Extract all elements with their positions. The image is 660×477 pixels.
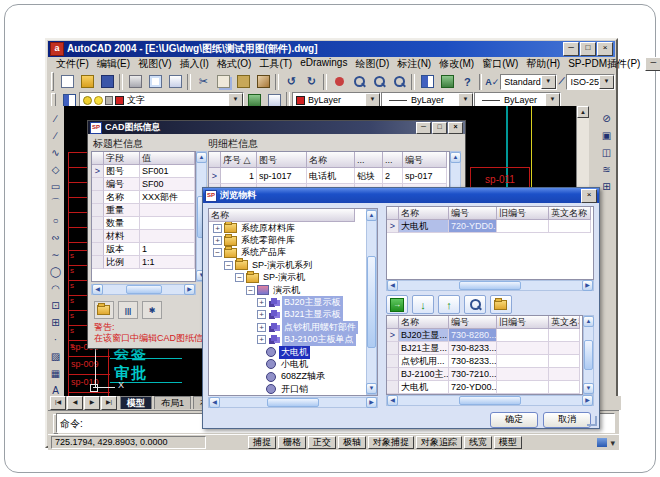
tab-nav-button-1[interactable]: ◀ [67, 396, 83, 410]
move-down-icon[interactable]: ↓ [412, 295, 434, 314]
search-icon[interactable] [464, 295, 486, 314]
line-icon[interactable]: ∕ [48, 110, 63, 126]
polyline-icon[interactable]: ∿ [48, 144, 63, 160]
layer-lock-icon[interactable] [105, 96, 113, 105]
browse-close-button[interactable]: × [581, 189, 597, 203]
status-toggle-线宽[interactable]: 线宽 [464, 436, 492, 449]
tree-item-0[interactable]: +系统原材料库 [209, 222, 377, 234]
open-folder-icon[interactable] [490, 295, 512, 314]
dim-style-icon[interactable]: ⟋ [558, 73, 566, 90]
tab-nav-button-0[interactable]: |◀ [50, 396, 66, 410]
match-properties-icon[interactable] [254, 73, 272, 90]
paste-icon[interactable] [234, 73, 252, 90]
maximize-button[interactable]: □ [580, 42, 596, 56]
expand-icon[interactable]: + [257, 335, 266, 344]
tab-nav-button-3[interactable]: ▶| [101, 396, 117, 410]
cad-info-title-bar[interactable]: SP CAD图纸信息 ─ □ × [88, 121, 465, 134]
table-row[interactable]: 名称XXX部件 [92, 191, 195, 204]
column-header-0[interactable]: 名称 [399, 207, 449, 220]
column-header-0[interactable]: 名称 [399, 316, 449, 329]
plot-icon[interactable] [126, 73, 144, 90]
collapse-icon[interactable]: − [224, 261, 233, 270]
column-header-3[interactable]: ... [355, 152, 383, 168]
collapse-icon[interactable]: − [246, 286, 255, 295]
rectangle-icon[interactable]: ▭ [48, 178, 63, 194]
communication-center-icon[interactable] [597, 438, 607, 447]
table-row[interactable]: >1sp-1017电话机铝块2sp-017 [209, 168, 449, 184]
layer-freeze-icon[interactable] [94, 96, 103, 105]
pan-realtime-icon[interactable] [330, 73, 348, 90]
menu-item-1[interactable]: 编辑(E) [93, 57, 134, 71]
status-dropdown-arrow[interactable]: ▾ [610, 438, 615, 448]
lineweight-dropdown-arrow[interactable]: ▼ [545, 93, 560, 107]
scroll-left-arrow[interactable]: ◀ [387, 280, 398, 291]
resize-grip[interactable] [587, 416, 597, 426]
scroll-up-arrow[interactable]: ▲ [577, 106, 589, 118]
column-header-0[interactable]: 字段 [104, 152, 140, 165]
redo-icon[interactable]: ↻ [302, 73, 320, 90]
table-row[interactable]: 材料 [92, 230, 195, 243]
tree-item-11[interactable]: 小电机 [209, 358, 377, 370]
tree-item-12[interactable]: 608ZZ轴承 [209, 371, 377, 383]
tree-item-8[interactable]: +点钞机用螺钉部件 [209, 321, 377, 333]
layout-tab-模型[interactable]: 模型 [120, 396, 152, 409]
export-folder-icon[interactable] [94, 301, 114, 319]
lower-vscrollbar[interactable]: ▲ ▼ [583, 315, 594, 395]
scroll-thumb[interactable] [459, 281, 521, 290]
spline-icon[interactable]: ∼ [48, 246, 63, 262]
status-toggle-对象追踪[interactable]: 对象追踪 [416, 436, 462, 449]
tree-item-7[interactable]: +BJ21主显示板 [209, 309, 377, 321]
browse-title-bar[interactable]: SP 浏览物料 × [203, 188, 599, 203]
minimize-button[interactable]: ─ [563, 42, 579, 56]
column-header-2[interactable]: 旧编号 [497, 316, 549, 329]
array-icon[interactable]: ⊞ [599, 178, 614, 194]
text-style-combo[interactable]: Standard ▼ [500, 74, 557, 90]
selected-material-table[interactable]: 名称编号旧编号英文名称>大电机720-YDD0... [386, 206, 594, 280]
status-toggle-极轴[interactable]: 极轴 [338, 436, 366, 449]
expand-icon[interactable]: + [213, 236, 222, 245]
collapse-icon[interactable]: − [235, 273, 244, 282]
insert-block-icon[interactable]: ⊡ [48, 297, 63, 313]
plot-preview-icon[interactable] [146, 73, 164, 90]
scroll-thumb[interactable] [267, 398, 319, 407]
expand-icon[interactable]: + [257, 298, 266, 307]
table-row[interactable]: >大电机720-YDD0... [387, 220, 593, 233]
tree-item-2[interactable]: −系统产品库 [209, 247, 377, 259]
column-header-2[interactable]: 旧编号 [497, 207, 549, 220]
column-header-3[interactable]: 英文名称 [549, 316, 580, 329]
tree-vscrollbar[interactable]: ▲ ▼ [366, 209, 377, 395]
table-row[interactable]: BJ-2100主...730-7210... [387, 368, 582, 381]
menu-item-12[interactable]: SP-PDM插件(P) [564, 57, 644, 71]
expand-icon[interactable]: + [213, 224, 222, 233]
scroll-down-arrow[interactable]: ▼ [366, 383, 377, 394]
settings-gear-icon[interactable]: ✱ [142, 301, 162, 319]
layout-tab-布局1[interactable]: 布局1 [154, 396, 191, 409]
scroll-thumb[interactable] [584, 340, 593, 370]
fields-hscrollbar[interactable]: ◀ ▶ [91, 284, 196, 295]
hatch-icon[interactable]: ▨ [48, 348, 63, 364]
column-header-1[interactable]: 编号 [449, 207, 497, 220]
lower-hscrollbar[interactable]: ◀ ▶ [386, 395, 594, 406]
color-dropdown-arrow[interactable]: ▼ [365, 93, 380, 107]
status-toggle-模型[interactable]: 模型 [494, 436, 522, 449]
scroll-up-arrow[interactable]: ▲ [366, 210, 377, 221]
text-style-dropdown-arrow[interactable]: ▼ [541, 75, 556, 89]
column-header-2[interactable]: 名称 [307, 152, 355, 168]
scroll-right-arrow[interactable]: ▶ [582, 280, 593, 291]
new-file-icon[interactable] [58, 73, 76, 90]
table-row[interactable]: 点钞机用...730-8233... [387, 355, 582, 368]
menu-item-10[interactable]: 窗口(W) [478, 57, 522, 71]
menu-item-7[interactable]: 绘图(D) [351, 57, 393, 71]
dialog-minimize-button[interactable]: ─ [416, 122, 431, 134]
open-file-icon[interactable] [78, 73, 96, 90]
dialog-close-button[interactable]: × [448, 122, 463, 134]
table-row[interactable]: 版本1 [92, 243, 195, 256]
menu-item-6[interactable]: eDrawings [296, 57, 351, 71]
column-header-3[interactable]: 英文名称 [549, 207, 591, 220]
menu-item-8[interactable]: 标注(N) [393, 57, 435, 71]
table-row[interactable]: 数量 [92, 217, 195, 230]
tree-item-5[interactable]: −演示机 [209, 284, 377, 296]
mirror-icon[interactable]: ◫ [599, 144, 614, 160]
cut-icon[interactable]: ✂ [194, 73, 212, 90]
tree-item-4[interactable]: −SP-演示机 [209, 272, 377, 284]
